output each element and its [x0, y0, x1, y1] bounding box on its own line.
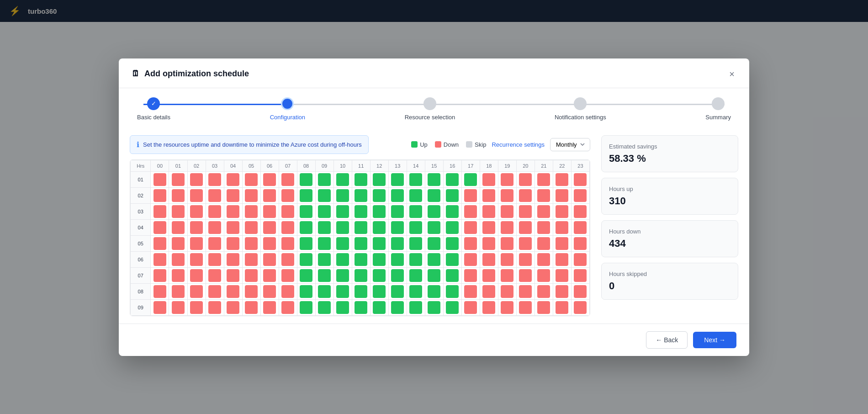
grid-cell-04-16[interactable] [443, 219, 461, 235]
grid-cell-07-10[interactable] [333, 267, 352, 283]
grid-cell-02-20[interactable] [516, 187, 535, 203]
grid-cell-02-16[interactable] [443, 187, 461, 203]
cell-button-up[interactable] [318, 221, 331, 234]
grid-cell-07-15[interactable] [425, 267, 443, 283]
grid-cell-05-18[interactable] [480, 235, 498, 251]
grid-cell-07-21[interactable] [535, 267, 553, 283]
cell-button-up[interactable] [373, 237, 386, 250]
cell-button-up[interactable] [373, 285, 386, 298]
grid-cell-06-12[interactable] [370, 251, 388, 267]
cell-button-up[interactable] [355, 269, 367, 282]
cell-button-down[interactable] [537, 173, 550, 186]
cell-button-up[interactable] [428, 205, 440, 218]
next-button[interactable]: Next → [693, 332, 736, 348]
grid-cell-08-14[interactable] [407, 283, 425, 299]
grid-cell-03-08[interactable] [297, 203, 315, 219]
grid-cell-07-22[interactable] [553, 267, 571, 283]
grid-cell-02-18[interactable] [480, 187, 498, 203]
cell-button-down[interactable] [482, 285, 495, 298]
cell-button-down[interactable] [245, 237, 258, 250]
grid-cell-09-21[interactable] [535, 299, 553, 315]
cell-button-down[interactable] [190, 189, 203, 202]
grid-cell-04-19[interactable] [498, 219, 516, 235]
cell-button-down[interactable] [519, 205, 532, 218]
cell-button-down[interactable] [501, 189, 513, 202]
grid-cell-03-14[interactable] [407, 203, 425, 219]
grid-cell-04-03[interactable] [206, 219, 224, 235]
grid-cell-05-19[interactable] [498, 235, 516, 251]
cell-button-down[interactable] [464, 269, 477, 282]
cell-button-down[interactable] [464, 301, 477, 314]
cell-button-down[interactable] [464, 285, 477, 298]
grid-cell-06-17[interactable] [461, 251, 480, 267]
grid-cell-07-12[interactable] [370, 267, 388, 283]
grid-cell-09-10[interactable] [333, 299, 352, 315]
grid-cell-06-18[interactable] [480, 251, 498, 267]
grid-cell-05-13[interactable] [388, 235, 407, 251]
grid-cell-06-01[interactable] [169, 251, 187, 267]
grid-cell-06-02[interactable] [187, 251, 206, 267]
cell-button-down[interactable] [556, 269, 568, 282]
grid-cell-02-01[interactable] [169, 187, 187, 203]
cell-button-down[interactable] [208, 173, 221, 186]
grid-cell-06-05[interactable] [242, 251, 260, 267]
cell-button-down[interactable] [537, 269, 550, 282]
cell-button-down[interactable] [227, 221, 239, 234]
grid-cell-06-22[interactable] [553, 251, 571, 267]
cell-button-up[interactable] [300, 269, 312, 282]
cell-button-down[interactable] [245, 269, 258, 282]
cell-button-down[interactable] [281, 205, 294, 218]
cell-button-down[interactable] [482, 205, 495, 218]
cell-button-down[interactable] [227, 237, 239, 250]
grid-cell-05-00[interactable] [151, 235, 169, 251]
cell-button-up[interactable] [391, 221, 404, 234]
cell-button-down[interactable] [190, 285, 203, 298]
cell-button-down[interactable] [556, 173, 568, 186]
grid-cell-04-02[interactable] [187, 219, 206, 235]
cell-button-up[interactable] [446, 269, 459, 282]
cell-button-up[interactable] [355, 285, 367, 298]
grid-cell-05-15[interactable] [425, 235, 443, 251]
cell-button-down[interactable] [190, 173, 203, 186]
cell-button-down[interactable] [281, 173, 294, 186]
grid-cell-08-01[interactable] [169, 283, 187, 299]
grid-cell-08-16[interactable] [443, 283, 461, 299]
grid-cell-08-15[interactable] [425, 283, 443, 299]
cell-button-down[interactable] [245, 189, 258, 202]
grid-cell-09-15[interactable] [425, 299, 443, 315]
cell-button-up[interactable] [336, 237, 349, 250]
grid-cell-06-04[interactable] [224, 251, 242, 267]
grid-cell-04-14[interactable] [407, 219, 425, 235]
cell-button-down[interactable] [172, 269, 185, 282]
grid-cell-04-11[interactable] [352, 219, 370, 235]
cell-button-up[interactable] [446, 189, 459, 202]
grid-cell-07-16[interactable] [443, 267, 461, 283]
grid-cell-04-12[interactable] [370, 219, 388, 235]
cell-button-down[interactable] [153, 173, 166, 186]
grid-cell-06-13[interactable] [388, 251, 407, 267]
grid-cell-05-08[interactable] [297, 235, 315, 251]
cell-button-up[interactable] [355, 237, 367, 250]
grid-cell-01-11[interactable] [352, 171, 370, 187]
cell-button-down[interactable] [537, 237, 550, 250]
cell-button-down[interactable] [263, 189, 276, 202]
cell-button-down[interactable] [556, 205, 568, 218]
cell-button-down[interactable] [263, 285, 276, 298]
cell-button-down[interactable] [501, 237, 513, 250]
grid-cell-01-22[interactable] [553, 171, 571, 187]
cell-button-up[interactable] [300, 173, 312, 186]
cell-button-up[interactable] [373, 301, 386, 314]
grid-cell-03-05[interactable] [242, 203, 260, 219]
grid-cell-09-18[interactable] [480, 299, 498, 315]
cell-button-down[interactable] [172, 253, 185, 266]
cell-button-up[interactable] [446, 237, 459, 250]
cell-button-up[interactable] [300, 237, 312, 250]
cell-button-up[interactable] [355, 253, 367, 266]
cell-button-down[interactable] [537, 221, 550, 234]
grid-cell-03-07[interactable] [279, 203, 297, 219]
grid-cell-07-11[interactable] [352, 267, 370, 283]
cell-button-down[interactable] [263, 205, 276, 218]
grid-cell-09-09[interactable] [315, 299, 333, 315]
grid-cell-01-08[interactable] [297, 171, 315, 187]
grid-cell-08-21[interactable] [535, 283, 553, 299]
